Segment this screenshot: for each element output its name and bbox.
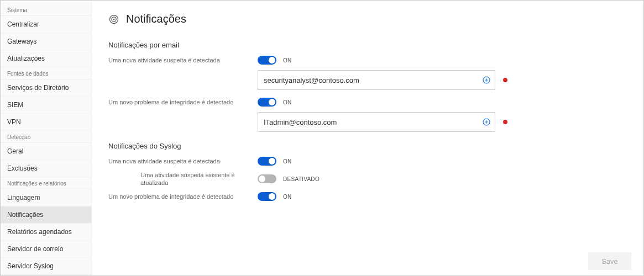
sidebar-item[interactable]: Notificações xyxy=(1,206,91,224)
sidebar-item[interactable]: Geral xyxy=(1,143,91,160)
sidebar-item[interactable]: Relatórios agendados xyxy=(1,224,91,241)
email-suspicious-toggle[interactable] xyxy=(258,56,276,65)
sidebar-item[interactable]: Gateways xyxy=(1,33,91,50)
sidebar: SistemaCentralizarGatewaysAtualizaçõesFo… xyxy=(1,1,92,275)
email-section-title: Notificações por email xyxy=(108,41,627,49)
email-health-toggle[interactable] xyxy=(258,98,276,107)
email-health-input-row xyxy=(258,112,627,132)
syslog-updated-label: Uma atividade suspeita existente é atual… xyxy=(108,171,258,187)
email-suspicious-input[interactable] xyxy=(258,70,495,90)
sidebar-item[interactable]: Linguagem xyxy=(1,189,91,206)
syslog-suspicious-label: Uma nova atividade suspeita é detectada xyxy=(108,157,258,165)
save-button[interactable]: Save xyxy=(588,252,631,270)
sidebar-item[interactable]: SIEM xyxy=(1,97,91,114)
syslog-section-title: Notificações do Syslog xyxy=(108,142,627,150)
notifications-icon xyxy=(108,14,119,25)
validation-dot xyxy=(503,78,507,82)
syslog-updated-row: Uma atividade suspeita existente é atual… xyxy=(108,171,627,187)
sidebar-item[interactable]: Atualizações xyxy=(1,50,91,67)
email-health-label: Um novo problema de integridade é detect… xyxy=(108,98,258,106)
email-suspicious-label: Uma nova atividade suspeita é detectada xyxy=(108,56,258,64)
sidebar-header: Notificações e relatórios xyxy=(1,177,91,189)
syslog-updated-toggle[interactable] xyxy=(258,174,276,183)
svg-point-2 xyxy=(113,18,115,20)
add-icon[interactable] xyxy=(481,116,492,128)
email-suspicious-state: ON xyxy=(283,57,292,63)
syslog-health-toggle[interactable] xyxy=(258,192,276,201)
validation-dot xyxy=(503,120,507,124)
sidebar-header: Diversos xyxy=(1,275,91,275)
sidebar-header: Fontes de dados xyxy=(1,67,91,79)
sidebar-item[interactable]: VPN xyxy=(1,114,91,131)
syslog-health-row: Um novo problema de integridade é detect… xyxy=(108,192,627,201)
syslog-suspicious-state: ON xyxy=(283,158,292,164)
syslog-health-label: Um novo problema de integridade é detect… xyxy=(108,193,258,200)
sidebar-item[interactable]: Serviços de Diretório xyxy=(1,79,91,97)
email-health-input[interactable] xyxy=(258,112,495,132)
sidebar-item[interactable]: Servidor Syslog xyxy=(1,258,91,275)
page-title: Notificações xyxy=(126,13,186,25)
sidebar-item[interactable]: Exclusões xyxy=(1,160,91,177)
syslog-suspicious-toggle[interactable] xyxy=(258,157,276,166)
sidebar-header: Detecção xyxy=(1,131,91,143)
syslog-suspicious-row: Uma nova atividade suspeita é detectada … xyxy=(108,157,627,166)
syslog-health-state: ON xyxy=(283,194,292,200)
add-icon[interactable] xyxy=(481,75,492,86)
email-health-row: Um novo problema de integridade é detect… xyxy=(108,98,627,107)
email-suspicious-input-row xyxy=(258,70,627,90)
page-header: Notificações xyxy=(108,13,627,25)
sidebar-item[interactable]: Servidor de correio xyxy=(1,241,91,258)
syslog-updated-state: DESATIVADO xyxy=(283,176,320,182)
sidebar-header: Sistema xyxy=(1,4,91,16)
email-suspicious-row: Uma nova atividade suspeita é detectada … xyxy=(108,56,627,65)
sidebar-item[interactable]: Centralizar xyxy=(1,16,91,33)
main-content: Notificações Notificações por email Uma … xyxy=(92,1,643,275)
email-health-state: ON xyxy=(283,99,292,105)
